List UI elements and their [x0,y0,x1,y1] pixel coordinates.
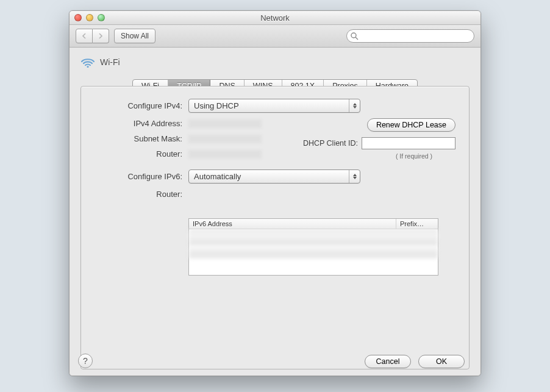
network-preferences-window: Network Show All [69,10,481,376]
forward-button[interactable] [93,29,109,43]
configure-ipv6-label: Configure IPv6: [91,172,182,181]
configure-ipv4-value: Using DHCP [194,101,239,110]
back-button[interactable] [76,29,93,43]
configure-ipv6-popup[interactable]: Automatically [188,169,360,184]
ipv6-address-table: IPv6 Address Prefix… [188,218,438,276]
tcpip-pane: Configure IPv4: Using DHCP IPv4 Address:… [80,86,470,369]
zoom-window-button[interactable] [98,14,105,21]
nav-buttons [76,29,109,43]
close-window-button[interactable] [74,14,82,21]
ipv6-col-address[interactable]: IPv6 Address [189,219,396,229]
ipv4-address-value [188,119,262,128]
configure-ipv4-label: Configure IPv4: [91,101,182,110]
chevron-left-icon [82,33,87,39]
ipv4-address-label: IPv4 Address: [91,119,182,128]
titlebar: Network [70,11,480,25]
configure-ipv6-value: Automatically [194,172,241,181]
subnet-mask-value [188,135,262,143]
configure-ipv4-popup[interactable]: Using DHCP [188,99,360,113]
search-field[interactable] [346,29,474,43]
window-controls [70,14,105,21]
show-all-button[interactable]: Show All [114,29,155,43]
interface-name: Wi-Fi [100,57,120,67]
cancel-button[interactable]: Cancel [365,355,411,368]
subnet-mask-label: Subnet Mask: [91,134,182,143]
dhcp-client-id-label: DHCP Client ID: [303,139,358,148]
svg-point-0 [351,33,356,38]
ipv6-col-prefix[interactable]: Prefix… [396,219,438,229]
window-title: Network [70,13,480,23]
search-input[interactable] [360,31,470,41]
svg-line-1 [355,37,358,40]
ipv6-router-label: Router: [91,190,182,199]
configure-ipv6-row: Configure IPv6: Automatically [91,169,459,184]
interface-header: Wi-Fi [80,56,120,68]
preference-body: Wi-Fi Wi-Fi TCP/IP DNS WINS 802.1X Proxi… [70,48,480,376]
help-button[interactable]: ? [78,354,93,368]
renew-dhcp-lease-button[interactable]: Renew DHCP Lease [367,118,455,132]
search-icon [350,32,359,40]
popup-arrows-icon [349,170,360,183]
toolbar: Show All [70,25,480,48]
svg-point-2 [87,66,88,68]
dhcp-client-id-hint: ( If required ) [396,152,432,160]
wifi-icon [80,56,95,68]
ipv6-table-row [189,229,438,246]
ipv4-router-label: Router: [91,149,182,159]
dialog-buttons: Cancel OK [365,355,465,368]
ipv6-table-row [189,246,438,258]
dhcp-client-id-field[interactable] [362,137,455,149]
ipv6-table-header: IPv6 Address Prefix… [189,219,438,229]
chevron-right-icon [98,33,103,39]
minimize-window-button[interactable] [86,14,93,21]
ipv6-router-row: Router: [91,190,459,199]
ok-button[interactable]: OK [418,355,465,368]
ipv4-router-value [188,150,262,159]
